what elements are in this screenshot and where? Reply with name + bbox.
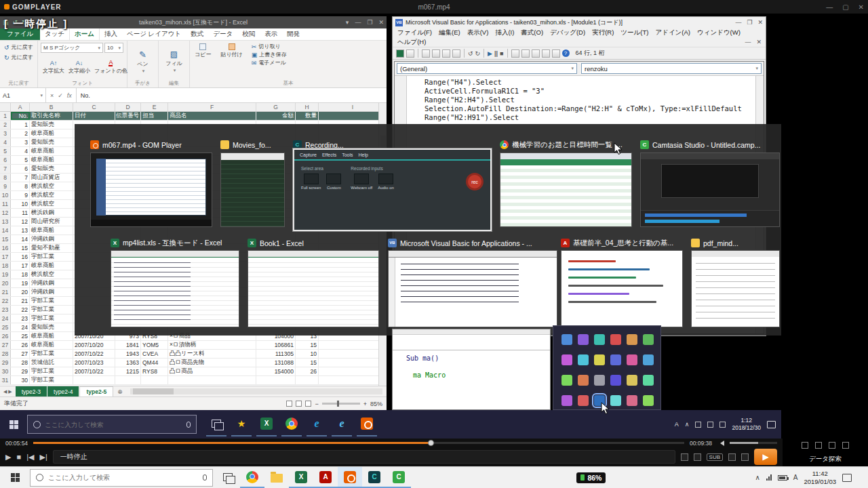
normal-view-icon[interactable] [286,401,292,407]
mic-icon[interactable] [203,474,207,481]
cell-qty[interactable]: 15 [296,359,319,367]
tray-app-icon[interactable] [643,334,654,345]
zoom-out-icon[interactable]: − [315,401,318,407]
page-break-icon[interactable] [305,401,311,407]
row-number[interactable]: 29 [0,359,11,367]
procedure-dropdown[interactable]: renzoku▾ [581,63,762,74]
row-number[interactable]: 20 [0,279,11,287]
reset-icon[interactable]: ■ [500,49,503,58]
font-color-button[interactable]: A フォントの色 [92,54,130,80]
cell-name[interactable]: 宇部工業 [30,376,73,384]
cell-no[interactable]: 22 [11,306,30,314]
row-number[interactable]: 28 [0,350,11,358]
video-area[interactable]: ▣ ↺ ↻ ▾ taiken03_mihon.xls [互換モード] - Exc… [0,14,868,439]
cell-name[interactable]: 宇部工業 [30,350,73,358]
row-number[interactable]: 16 [0,244,11,252]
cell-amount[interactable] [256,376,296,384]
screen-capture-icon[interactable] [681,453,688,461]
cell-slip[interactable] [115,376,141,384]
thumb-chrome[interactable] [500,152,632,227]
start-button[interactable] [0,410,27,439]
cell-no[interactable]: 9 [11,191,30,199]
thumb-gom-player[interactable] [90,152,212,227]
row-number[interactable]: 10 [0,191,11,199]
fx-icon[interactable]: fx [67,92,72,99]
font-name-select[interactable]: M S Pゴシック▾ [41,43,103,53]
table-row[interactable]: 28 27 宇部工業 2007/10/22 1943 CVEA 凸凸リース料 1… [0,350,387,359]
help-icon[interactable]: ? [562,49,570,57]
taskbar-item-edge[interactable]: e [307,412,327,436]
row-number[interactable]: 5 [0,147,11,155]
close-button[interactable]: ✕ [378,19,384,26]
cell-name[interactable]: 沖縄鉄鋼 [30,288,73,296]
row-number[interactable]: 6 [0,156,11,164]
tray-app-icon[interactable] [643,395,654,406]
taskbar-item-chrome[interactable] [281,412,302,436]
taskbar-item-favorites[interactable]: ★ [231,412,252,436]
thumb-movies-folder[interactable] [220,152,285,227]
cell-qty[interactable]: 10 [296,350,319,358]
cell-item[interactable]: 凸ロ商品先物 [168,359,256,367]
row-number[interactable]: 13 [0,218,11,226]
cell-no[interactable]: 7 [11,174,30,182]
taskbar-item-chrome[interactable] [240,467,264,488]
add-sheet-icon[interactable]: ⊕ [113,386,126,396]
redo-button[interactable]: ↻ 元に戻す [3,53,35,62]
tray-app-icon[interactable] [578,395,589,406]
clock[interactable]: 1:12 2018/12/30 [732,417,761,431]
cell-name[interactable]: 宇部工業 [30,253,73,261]
taskbar-item-excel[interactable]: X [256,412,277,436]
taskbar-item-excel[interactable]: X [289,467,313,488]
row-number[interactable]: 25 [0,323,11,331]
table-row[interactable]: 31 30 宇部工業 [0,376,387,385]
cell-name[interactable]: 茨城信託 [30,359,73,367]
column-header[interactable]: E [141,103,168,111]
menu-item[interactable]: ファイル(F) [394,28,435,37]
thumb-camtasia-studio[interactable] [640,152,780,227]
tray-app-icon[interactable] [643,354,654,365]
cell-name[interactable]: 横浜航空 [30,182,73,190]
tray-app-icon[interactable] [627,375,637,386]
network-icon[interactable] [766,474,772,481]
cell-no[interactable]: 12 [11,218,30,226]
paste-icon[interactable] [442,49,450,58]
menu-item[interactable]: 実行(R) [589,28,617,37]
cell-code[interactable]: YOM5 [141,341,168,349]
cell-code[interactable] [141,376,168,384]
battery-percent-badge[interactable]: 86% [576,472,606,483]
ribbon-tab[interactable]: 挿入 [100,28,122,40]
email-button[interactable]: ✉ 電子メール [250,59,288,66]
pen-button[interactable]: ✎ ペン ▾ [130,43,155,80]
find-icon[interactable] [452,49,460,58]
task-view-button[interactable] [216,467,240,488]
next-file-button[interactable]: ▶| [39,453,47,462]
header-cell[interactable]: 担当 [141,112,168,120]
previous-button[interactable]: |◀ [26,453,34,462]
header-cell[interactable]: 金額 [256,112,296,120]
search-input[interactable] [45,421,160,428]
row-number[interactable]: 7 [0,165,11,173]
tray-app-icon[interactable] [561,395,572,406]
menu-item[interactable]: ウィンドウ(W) [694,28,744,37]
cell-name[interactable]: 宇部工業 [30,367,73,375]
cell-amount[interactable]: 131088 [256,359,296,367]
cell-date[interactable]: 2007/10/22 [73,367,115,375]
cell-no[interactable]: 15 [11,244,30,252]
column-header[interactable]: D [115,103,141,111]
run-icon[interactable]: ▶ [488,49,492,58]
row-number[interactable]: 21 [0,288,11,296]
cell-date[interactable]: 2007/10/20 [73,341,115,349]
speaker-icon[interactable] [717,441,724,446]
undo-icon[interactable]: ↺ [468,49,473,58]
column-header[interactable]: A [11,103,30,111]
cell-no[interactable]: 4 [11,147,30,155]
timeline-knob[interactable] [428,440,434,446]
cell-name[interactable]: 岐阜商船 [30,341,73,349]
table-row[interactable]: 30 29 宇部工業 2007/10/22 1215 RYS8 凸ロ商品 154… [0,367,387,376]
column-header[interactable]: B [30,103,73,111]
repeat-icon[interactable] [694,453,701,461]
row-number[interactable]: 2 [0,121,11,129]
row-number[interactable]: 15 [0,235,11,243]
subtitle-button[interactable]: SUB [707,453,723,461]
menu-item[interactable]: 表示(V) [464,28,492,37]
